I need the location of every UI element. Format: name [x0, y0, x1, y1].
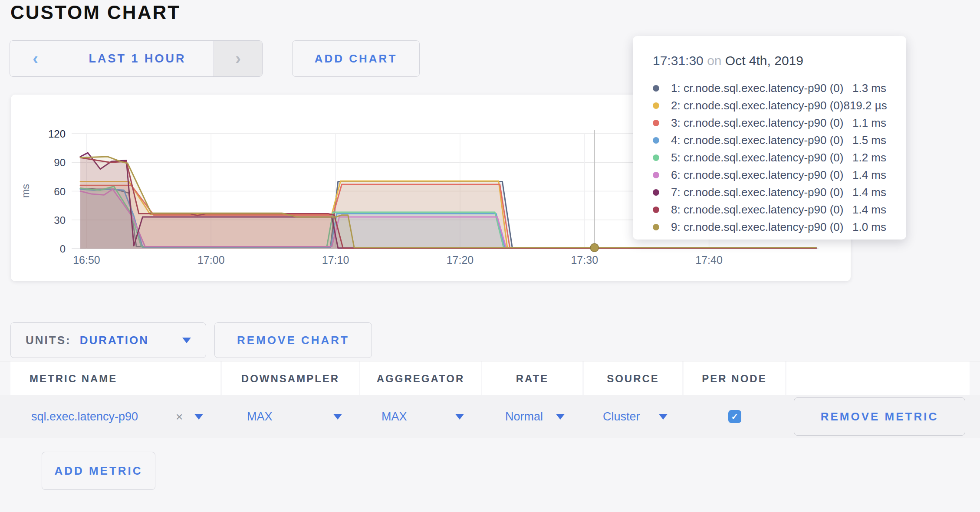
y-axis-tick-label: 60 — [54, 186, 66, 197]
tooltip-series-value: 1.0 ms — [852, 220, 886, 234]
rate-select[interactable]: Normal — [505, 395, 543, 438]
metric-name-value[interactable]: sql.exec.latency-p90 — [31, 395, 138, 438]
tooltip-series-label: 8: cr.node.sql.exec.latency-p90 (0) — [671, 203, 852, 217]
add-metric-button[interactable]: ADD METRIC — [42, 452, 155, 490]
per-node-checkbox[interactable]: ✓ — [728, 410, 741, 423]
aggregator-select[interactable]: MAX — [381, 395, 407, 438]
x-axis-tick-label: 16:50 — [73, 254, 100, 266]
metric-name-dropdown-icon[interactable] — [194, 395, 203, 438]
check-icon: ✓ — [731, 411, 739, 422]
tooltip-time: 17:31:30 — [653, 53, 704, 68]
series-color-dot-icon — [653, 120, 659, 126]
tooltip-series-list: 1: cr.node.sql.exec.latency-p90 (0) 1.3 … — [653, 79, 886, 236]
tooltip-series-value: 1.3 ms — [852, 82, 886, 95]
x-axis-tick-label: 17:40 — [695, 254, 723, 266]
tooltip-series-value: 1.4 ms — [852, 186, 886, 199]
source-dropdown-icon[interactable] — [659, 395, 668, 438]
metric-row: sql.exec.latency-p90 × MAX MAX Normal Cl… — [0, 395, 980, 438]
downsampler-select[interactable]: MAX — [247, 395, 273, 438]
column-header: SOURCE — [584, 361, 682, 396]
remove-chart-button[interactable]: REMOVE CHART — [214, 322, 372, 358]
aggregator-dropdown-icon[interactable] — [455, 395, 464, 438]
source-select[interactable]: Cluster — [603, 395, 640, 438]
chevron-down-icon — [182, 338, 191, 343]
series-color-dot-icon — [653, 102, 659, 109]
tooltip-series-label: 3: cr.node.sql.exec.latency-p90 (0) — [671, 116, 852, 130]
metric-clear-icon[interactable]: × — [176, 395, 183, 438]
series-color-dot-icon — [653, 137, 659, 144]
tooltip-series-value: 819.2 µs — [843, 99, 887, 112]
tooltip-series-label: 1: cr.node.sql.exec.latency-p90 (0) — [671, 82, 852, 95]
page-title: CUSTOM CHART — [10, 2, 181, 23]
tooltip-series-value: 1.4 ms — [852, 168, 886, 182]
tooltip-series-label: 6: cr.node.sql.exec.latency-p90 (0) — [671, 168, 852, 182]
series-color-dot-icon — [653, 154, 659, 161]
downsampler-dropdown-icon[interactable] — [333, 395, 342, 438]
y-axis-unit-label: ms — [20, 184, 31, 198]
tooltip-series-label: 2: cr.node.sql.exec.latency-p90 (0) — [671, 99, 843, 112]
y-axis-tick-label: 90 — [54, 157, 66, 168]
remove-metric-button[interactable]: REMOVE METRIC — [794, 397, 965, 436]
x-axis-tick-label: 17:30 — [571, 254, 598, 266]
metrics-table-header: METRIC NAMEDOWNSAMPLERAGGREGATORRATESOUR… — [0, 361, 980, 395]
series-color-dot-icon — [653, 189, 659, 196]
tooltip-header: 17:31:30 on Oct 4th, 2019 — [653, 53, 886, 68]
chevron-right-icon: › — [235, 50, 241, 67]
x-axis-tick-label: 17:20 — [447, 254, 474, 266]
column-header: METRIC NAME — [10, 361, 220, 396]
series-color-dot-icon — [653, 85, 659, 92]
time-window-next-button[interactable]: › — [214, 41, 262, 76]
tooltip-series-row: 6: cr.node.sql.exec.latency-p90 (0) 1.4 … — [653, 166, 886, 184]
tooltip-series-value: 1.2 ms — [852, 151, 886, 164]
tooltip-series-label: 5: cr.node.sql.exec.latency-p90 (0) — [671, 151, 852, 164]
column-header: PER NODE — [684, 361, 785, 396]
rate-dropdown-icon[interactable] — [556, 395, 565, 438]
custom-chart-page: CUSTOM CHART ‹ LAST 1 HOUR › ADD CHART 0… — [0, 0, 980, 512]
column-header: DOWNSAMPLER — [222, 361, 359, 396]
tooltip-date: Oct 4th, 2019 — [725, 53, 803, 68]
chart-hover-tooltip: 17:31:30 on Oct 4th, 2019 1: cr.node.sql… — [633, 36, 906, 240]
tooltip-series-row: 7: cr.node.sql.exec.latency-p90 (0) 1.4 … — [653, 184, 886, 201]
tooltip-series-row: 3: cr.node.sql.exec.latency-p90 (0) 1.1 … — [653, 114, 886, 131]
time-window-dropdown[interactable]: LAST 1 HOUR — [61, 41, 214, 76]
x-axis-tick-label: 17:00 — [197, 254, 225, 266]
tooltip-series-value: 1.4 ms — [852, 203, 886, 217]
hover-point-dot — [590, 243, 599, 252]
series-color-dot-icon — [653, 172, 659, 178]
tooltip-series-row: 9: cr.node.sql.exec.latency-p90 (0) 1.0 … — [653, 218, 886, 236]
column-header: RATE — [482, 361, 582, 396]
column-header — [786, 361, 970, 396]
units-dropdown[interactable]: UNITS: DURATION — [10, 322, 206, 358]
tooltip-series-label: 9: cr.node.sql.exec.latency-p90 (0) — [671, 220, 852, 234]
tooltip-series-value: 1.1 ms — [852, 116, 886, 130]
column-header: AGGREGATOR — [360, 361, 481, 396]
y-axis-tick-label: 30 — [54, 214, 66, 226]
time-window-prev-button[interactable]: ‹ — [10, 41, 61, 76]
tooltip-series-row: 5: cr.node.sql.exec.latency-p90 (0) 1.2 … — [653, 149, 886, 166]
series-color-dot-icon — [653, 224, 659, 230]
x-axis-tick-label: 17:10 — [322, 254, 349, 266]
units-label: UNITS: — [26, 334, 71, 347]
tooltip-series-row: 2: cr.node.sql.exec.latency-p90 (0) 819.… — [653, 97, 886, 114]
time-window-selector: ‹ LAST 1 HOUR › — [10, 40, 263, 77]
units-value: DURATION — [80, 334, 149, 347]
chevron-left-icon: ‹ — [33, 50, 38, 67]
y-axis-tick-label: 120 — [48, 128, 66, 140]
series-color-dot-icon — [653, 207, 659, 213]
tooltip-series-row: 1: cr.node.sql.exec.latency-p90 (0) 1.3 … — [653, 79, 886, 97]
tooltip-series-row: 4: cr.node.sql.exec.latency-p90 (0) 1.5 … — [653, 131, 886, 149]
tooltip-series-label: 7: cr.node.sql.exec.latency-p90 (0) — [671, 186, 852, 199]
tooltip-series-label: 4: cr.node.sql.exec.latency-p90 (0) — [671, 134, 852, 147]
tooltip-series-value: 1.5 ms — [852, 134, 886, 147]
add-chart-button[interactable]: ADD CHART — [292, 40, 420, 77]
tooltip-conjunction: on — [707, 53, 721, 68]
tooltip-series-row: 8: cr.node.sql.exec.latency-p90 (0) 1.4 … — [653, 201, 886, 218]
y-axis-tick-label: 0 — [60, 243, 66, 255]
